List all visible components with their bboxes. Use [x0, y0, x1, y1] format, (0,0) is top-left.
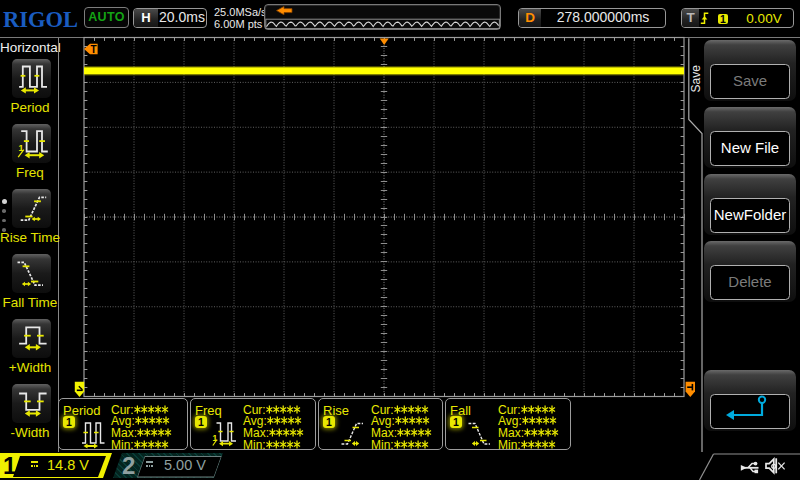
- svg-text:Save: Save: [689, 65, 703, 93]
- svg-text:T: T: [91, 44, 97, 55]
